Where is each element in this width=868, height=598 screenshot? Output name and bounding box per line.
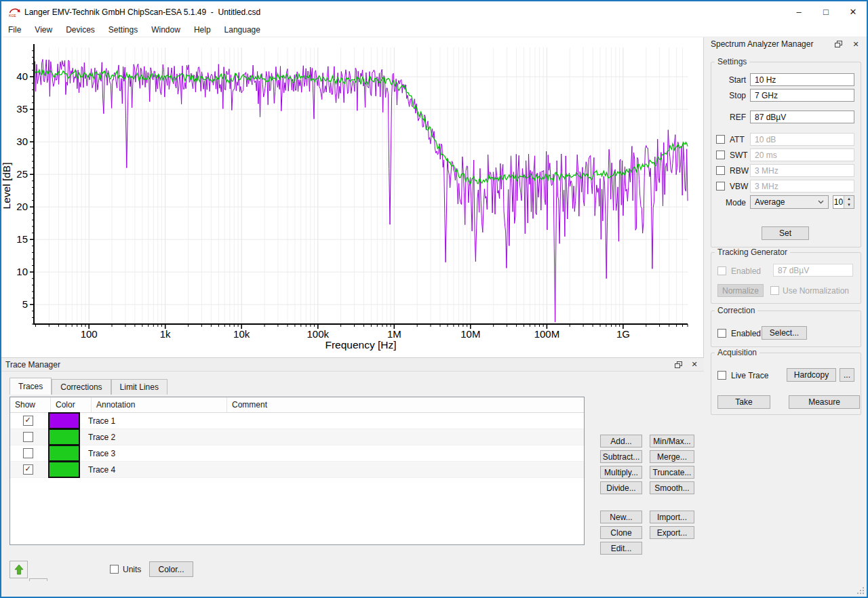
- smooth-button[interactable]: Smooth...: [650, 481, 694, 494]
- set-button[interactable]: Set: [762, 226, 809, 240]
- divide-button[interactable]: Divide...: [600, 481, 642, 494]
- trace-manager-title-bar[interactable]: Trace Manager ✕: [1, 358, 704, 372]
- title-bar[interactable]: KGE Langer EMV-Technik GmbH ChipScan-ESA…: [1, 1, 867, 22]
- acquisition-label: Acquisition: [715, 348, 760, 357]
- subtract-button[interactable]: Subtract...: [600, 450, 642, 463]
- start-input[interactable]: 10 Hz: [750, 73, 854, 86]
- rbw-checkbox[interactable]: [716, 166, 725, 175]
- normalize-button: Normalize: [717, 284, 764, 297]
- clone-button[interactable]: Clone: [600, 526, 642, 539]
- trace-table-header: Show Color Annotation Comment: [10, 397, 584, 413]
- stop-input[interactable]: 7 GHz: [750, 89, 854, 102]
- add-button[interactable]: Add...: [600, 435, 642, 447]
- annotation-cell[interactable]: Trace 1: [83, 416, 218, 426]
- resize-grip[interactable]: [856, 586, 865, 595]
- color-button[interactable]: Color...: [149, 561, 193, 577]
- menu-settings[interactable]: Settings: [102, 23, 144, 37]
- new-button[interactable]: New...: [600, 511, 642, 523]
- import-button[interactable]: Import...: [650, 511, 694, 523]
- hardcopy-button[interactable]: Hardcopy: [787, 368, 836, 382]
- color-swatch[interactable]: [48, 445, 80, 462]
- col-comment[interactable]: Comment: [227, 397, 584, 412]
- spin-up-icon[interactable]: ▲: [844, 196, 854, 202]
- app-window: KGE Langer EMV-Technik GmbH ChipScan-ESA…: [0, 0, 868, 598]
- col-annotation[interactable]: Annotation: [92, 397, 227, 412]
- att-checkbox[interactable]: [716, 135, 725, 144]
- menu-window[interactable]: Window: [144, 23, 187, 37]
- swt-input: 20 ms: [750, 148, 854, 161]
- swt-checkbox[interactable]: [716, 151, 725, 159]
- edit-button[interactable]: Edit...: [600, 542, 642, 555]
- table-row[interactable]: ✓ Trace 4: [10, 462, 584, 478]
- annotation-cell[interactable]: Trace 2: [83, 433, 218, 442]
- spin-down-icon[interactable]: ▼: [844, 202, 854, 208]
- svg-text:10M: 10M: [460, 328, 480, 340]
- mode-label: Mode: [724, 198, 746, 207]
- spectrum-panel-title: Spectrum Analyzer Manager: [711, 39, 813, 49]
- app-logo-icon: KGE: [8, 7, 22, 18]
- tracking-enabled-checkbox: [717, 266, 726, 275]
- svg-text:30: 30: [16, 136, 28, 147]
- average-count-spinner[interactable]: 10 ▲▼: [833, 195, 854, 209]
- multiply-button[interactable]: Multiply...: [600, 466, 642, 479]
- color-swatch[interactable]: [48, 412, 80, 429]
- export-button[interactable]: Export...: [650, 526, 694, 539]
- maximize-button[interactable]: □: [812, 1, 840, 22]
- close-panel-icon[interactable]: ✕: [850, 39, 861, 49]
- annotation-cell[interactable]: Trace 4: [83, 465, 218, 475]
- svg-text:15: 15: [16, 233, 28, 245]
- show-checkbox[interactable]: [23, 432, 33, 442]
- truncate-button[interactable]: Truncate...: [650, 466, 694, 479]
- tab-limit-lines[interactable]: Limit Lines: [111, 379, 167, 395]
- svg-text:Level [dB]: Level [dB]: [1, 163, 12, 210]
- table-row[interactable]: Trace 2: [10, 429, 584, 445]
- menu-bar: File View Devices Settings Window Help L…: [1, 22, 867, 37]
- tab-corrections[interactable]: Corrections: [52, 379, 111, 395]
- color-swatch[interactable]: [48, 461, 80, 478]
- chart-panel: 5101520253035401001k10k100k1M10M100M1GFr…: [1, 37, 704, 357]
- show-checkbox[interactable]: [23, 448, 33, 458]
- trace-manager-title: Trace Manager: [5, 360, 60, 370]
- menu-language[interactable]: Language: [218, 23, 267, 37]
- hardcopy-more-button[interactable]: ...: [840, 368, 854, 382]
- ref-input[interactable]: 87 dBµV: [750, 111, 854, 123]
- menu-file[interactable]: File: [1, 23, 28, 37]
- correction-enabled-checkbox[interactable]: [717, 329, 726, 338]
- col-color[interactable]: Color: [51, 397, 92, 412]
- trace-table: Show Color Annotation Comment ✓ Trace 1 …: [9, 397, 585, 545]
- svg-text:100: 100: [81, 328, 98, 340]
- units-checkbox[interactable]: [110, 565, 119, 574]
- ref-label: REF: [724, 113, 746, 122]
- show-checkbox[interactable]: ✓: [23, 416, 33, 426]
- svg-text:5: 5: [22, 298, 28, 310]
- show-checkbox[interactable]: ✓: [23, 464, 33, 475]
- menu-help[interactable]: Help: [187, 23, 218, 37]
- spectrum-panel-title-bar[interactable]: Spectrum Analyzer Manager ✕: [705, 37, 867, 51]
- menu-view[interactable]: View: [28, 23, 59, 37]
- live-trace-checkbox[interactable]: [717, 371, 726, 380]
- menu-devices[interactable]: Devices: [59, 23, 102, 37]
- color-swatch[interactable]: [48, 428, 80, 445]
- move-up-button[interactable]: [9, 561, 28, 578]
- table-row[interactable]: Trace 3: [10, 445, 584, 462]
- mode-combobox[interactable]: Average: [750, 195, 829, 209]
- tab-traces[interactable]: Traces: [9, 378, 52, 395]
- merge-button[interactable]: Merge...: [650, 450, 694, 463]
- minimize-button[interactable]: –: [785, 1, 812, 22]
- col-show[interactable]: Show: [10, 397, 51, 412]
- take-button[interactable]: Take: [717, 395, 770, 409]
- vbw-checkbox[interactable]: [716, 182, 725, 191]
- float-panel-icon[interactable]: [833, 39, 844, 49]
- svg-text:1k: 1k: [160, 328, 171, 340]
- annotation-cell[interactable]: Trace 3: [83, 449, 218, 458]
- spectrum-analyzer-manager-panel: Spectrum Analyzer Manager ✕ Settings Sta…: [705, 37, 867, 597]
- close-button[interactable]: ✕: [840, 1, 867, 22]
- table-row[interactable]: ✓ Trace 1: [10, 413, 584, 429]
- trace-manager-tabs: Traces Corrections Limit Lines: [9, 379, 167, 395]
- float-panel-icon[interactable]: [673, 360, 684, 370]
- measure-button[interactable]: Measure: [789, 395, 860, 409]
- start-label: Start: [728, 75, 746, 85]
- correction-select-button[interactable]: Select...: [762, 326, 807, 340]
- minmax-button[interactable]: Min/Max...: [650, 435, 694, 447]
- close-panel-icon[interactable]: ✕: [689, 360, 700, 370]
